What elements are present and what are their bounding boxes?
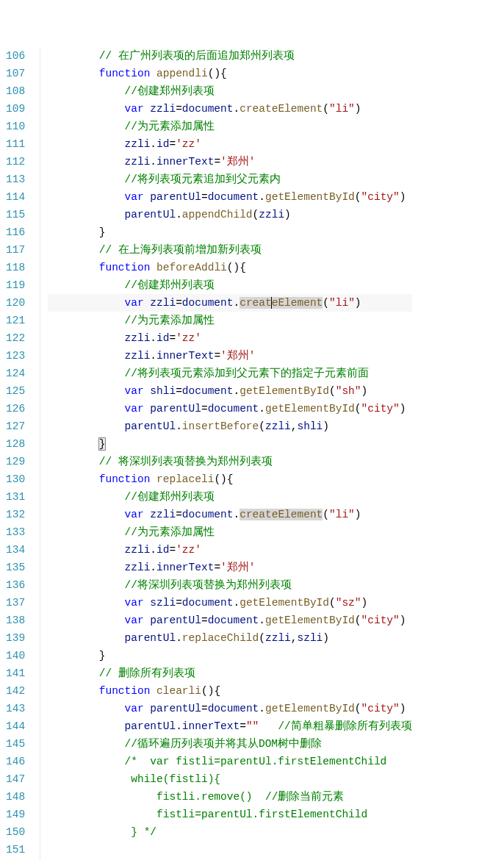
code-line[interactable]: var zzli=document.createElement("li") bbox=[48, 100, 412, 118]
code-line[interactable]: } bbox=[48, 223, 412, 241]
code-line[interactable]: zzli.id='zz' bbox=[48, 329, 412, 347]
line-number: 121 bbox=[6, 312, 26, 329]
line-number: 106 bbox=[6, 47, 26, 65]
line-number: 113 bbox=[6, 171, 26, 188]
line-number: 133 bbox=[6, 523, 26, 541]
line-number: 134 bbox=[6, 541, 26, 559]
code-line[interactable]: while(fistli){ bbox=[48, 770, 412, 788]
line-number: 142 bbox=[6, 682, 26, 700]
code-line[interactable]: function clearli(){ bbox=[48, 682, 412, 700]
line-number: 146 bbox=[6, 753, 26, 770]
line-number: 116 bbox=[6, 223, 26, 241]
code-line[interactable]: // 在上海列表项前增加新列表项 bbox=[48, 241, 412, 259]
code-line[interactable]: parentUl.replaceChild(zzli,szli) bbox=[48, 629, 412, 647]
code-line[interactable]: var zzli=document.createElement("li") bbox=[48, 294, 412, 312]
code-line[interactable]: } bbox=[48, 435, 412, 453]
line-number: 115 bbox=[6, 206, 26, 223]
code-line[interactable]: //将列表项元素添加到父元素下的指定子元素前面 bbox=[48, 365, 412, 382]
line-number: 120 bbox=[6, 294, 26, 312]
line-number: 114 bbox=[6, 188, 26, 206]
line-number-gutter: 1061071081091101111121131141151161171181… bbox=[0, 47, 40, 860]
code-line[interactable]: var parentUl=document.getElementById("ci… bbox=[48, 612, 412, 629]
code-line[interactable]: //创建郑州列表项 bbox=[48, 82, 412, 100]
code-line[interactable]: fistli.remove() //删除当前元素 bbox=[48, 788, 412, 806]
line-number: 145 bbox=[6, 735, 26, 753]
code-line[interactable]: //创建郑州列表项 bbox=[48, 276, 412, 294]
code-line[interactable]: // 删除所有列表项 bbox=[48, 664, 412, 682]
line-number: 117 bbox=[6, 241, 26, 259]
code-line[interactable]: zzli.id='zz' bbox=[48, 541, 412, 559]
code-line[interactable]: //为元素添加属性 bbox=[48, 312, 412, 329]
line-number: 144 bbox=[6, 717, 26, 735]
code-line[interactable]: zzli.innerText='郑州' bbox=[48, 153, 412, 171]
line-number: 136 bbox=[6, 576, 26, 594]
code-line[interactable]: parentUl.insertBefore(zzli,shli) bbox=[48, 418, 412, 435]
line-number: 109 bbox=[6, 100, 26, 118]
code-line[interactable]: var szli=document.getElementById("sz") bbox=[48, 594, 412, 612]
line-number: 137 bbox=[6, 594, 26, 612]
code-line[interactable]: var zzli=document.createElement("li") bbox=[48, 506, 412, 523]
code-line[interactable]: zzli.innerText='郑州' bbox=[48, 559, 412, 576]
line-number: 140 bbox=[6, 647, 26, 664]
line-number: 141 bbox=[6, 664, 26, 682]
line-number: 126 bbox=[6, 400, 26, 418]
code-line[interactable]: } */ bbox=[48, 823, 412, 841]
code-line[interactable] bbox=[48, 841, 412, 859]
code-line[interactable]: zzli.innerText='郑州' bbox=[48, 347, 412, 365]
code-line[interactable]: // 在广州列表项的后面追加郑州列表项 bbox=[48, 47, 412, 65]
line-number: 107 bbox=[6, 65, 26, 82]
line-number: 131 bbox=[6, 488, 26, 506]
line-number: 130 bbox=[6, 470, 26, 488]
code-line[interactable]: fistli=parentUl.firstElementChild bbox=[48, 806, 412, 823]
code-line[interactable]: function appendli(){ bbox=[48, 65, 412, 82]
code-line[interactable]: var parentUl=document.getElementById("ci… bbox=[48, 400, 412, 418]
line-number: 135 bbox=[6, 559, 26, 576]
code-line[interactable]: var parentUl=document.getElementById("ci… bbox=[48, 188, 412, 206]
code-line[interactable]: parentUl.innerText="" //简单粗暴删除所有列表项 bbox=[48, 717, 412, 735]
line-number: 111 bbox=[6, 135, 26, 153]
line-number: 123 bbox=[6, 347, 26, 365]
code-line[interactable]: var shli=document.getElementById("sh") bbox=[48, 382, 412, 400]
line-number: 119 bbox=[6, 276, 26, 294]
line-number: 125 bbox=[6, 382, 26, 400]
line-number: 112 bbox=[6, 153, 26, 171]
code-editor[interactable]: 1061071081091101111121131141151161171181… bbox=[0, 47, 504, 860]
line-number: 147 bbox=[6, 770, 26, 788]
line-number: 138 bbox=[6, 612, 26, 629]
line-number: 124 bbox=[6, 365, 26, 382]
line-number: 149 bbox=[6, 806, 26, 823]
line-number: 127 bbox=[6, 418, 26, 435]
line-number: 151 bbox=[6, 841, 26, 859]
line-number: 128 bbox=[6, 435, 26, 453]
code-line[interactable]: zzli.id='zz' bbox=[48, 135, 412, 153]
code-line[interactable]: //为元素添加属性 bbox=[48, 523, 412, 541]
line-number: 148 bbox=[6, 788, 26, 806]
code-line[interactable]: //创建郑州列表项 bbox=[48, 488, 412, 506]
line-number: 110 bbox=[6, 118, 26, 135]
line-number: 129 bbox=[6, 453, 26, 470]
code-area[interactable]: // 在广州列表项的后面追加郑州列表项 function appendli(){… bbox=[40, 47, 412, 860]
code-line[interactable]: //将深圳列表项替换为郑州列表项 bbox=[48, 576, 412, 594]
line-number: 122 bbox=[6, 329, 26, 347]
line-number: 132 bbox=[6, 506, 26, 523]
code-line[interactable]: //循环遍历列表项并将其从DOM树中删除 bbox=[48, 735, 412, 753]
code-line[interactable]: parentUl.appendChild(zzli) bbox=[48, 206, 412, 223]
line-number: 143 bbox=[6, 700, 26, 717]
line-number: 139 bbox=[6, 629, 26, 647]
line-number: 118 bbox=[6, 259, 26, 276]
line-number: 108 bbox=[6, 82, 26, 100]
code-line[interactable]: //将列表项元素追加到父元素内 bbox=[48, 171, 412, 188]
code-line[interactable]: /* var fistli=parentUl.firstElementChild bbox=[48, 753, 412, 770]
code-line[interactable]: function beforeAddli(){ bbox=[48, 259, 412, 276]
code-line[interactable]: } bbox=[48, 647, 412, 664]
code-line[interactable]: function replaceli(){ bbox=[48, 470, 412, 488]
code-line[interactable]: // 将深圳列表项替换为郑州列表项 bbox=[48, 453, 412, 470]
code-line[interactable]: var parentUl=document.getElementById("ci… bbox=[48, 700, 412, 717]
code-line[interactable]: //为元素添加属性 bbox=[48, 118, 412, 135]
line-number: 150 bbox=[6, 823, 26, 841]
